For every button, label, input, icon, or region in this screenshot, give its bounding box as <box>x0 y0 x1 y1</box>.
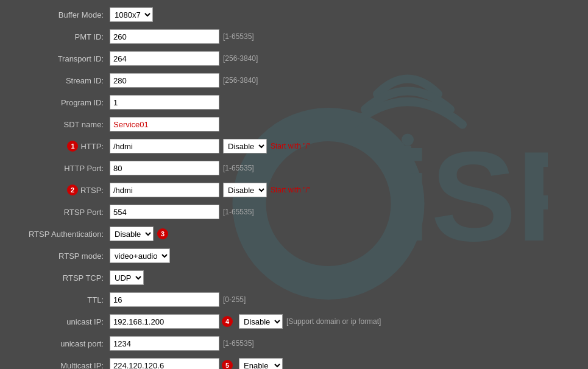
unicast-ip-badge: 4 <box>222 316 233 327</box>
buffer-mode-row: Buffer Mode: 1080x7 <box>12 6 576 23</box>
pmt-id-row: PMT ID: [1-65535] <box>12 28 576 45</box>
rtsp-auth-row: RTSP Authentication: Disable Enable 3 <box>12 225 576 242</box>
http-port-hint: [1-65535] <box>223 164 254 172</box>
pmt-id-hint: [1-65535] <box>223 32 254 41</box>
multicast-ip-select[interactable]: Enable Disable <box>239 358 283 369</box>
http-port-input[interactable] <box>110 161 219 175</box>
http-start-with: Start with "/" <box>271 142 310 150</box>
pmt-id-input[interactable] <box>110 29 219 44</box>
http-badge: 1 <box>67 141 78 152</box>
transport-id-label: Transport ID: <box>12 54 110 63</box>
multicast-ip-label: Multicast IP: <box>12 361 110 370</box>
unicast-ip-label: unicast IP: <box>12 317 110 326</box>
http-label: 1 HTTP: <box>12 141 110 152</box>
transport-id-row: Transport ID: [256-3840] <box>12 50 576 67</box>
unicast-port-row: unicast port: [1-65535] <box>12 335 576 352</box>
rtsp-label: 2 RTSP: <box>12 184 110 195</box>
sdt-name-row: SDT name: <box>12 116 576 133</box>
rtsp-badge: 2 <box>67 184 78 195</box>
ttl-label: TTL: <box>12 295 110 304</box>
http-select[interactable]: Disable Enable <box>223 139 267 153</box>
program-id-label: Program ID: <box>12 98 110 107</box>
unicast-ip-hint: [Support domain or ip format] <box>286 317 381 326</box>
http-row: 1 HTTP: Disable Enable Start with "/" <box>12 138 576 155</box>
ttl-input[interactable] <box>110 292 219 307</box>
http-input[interactable] <box>110 139 219 153</box>
rtsp-tcp-row: RTSP TCP: UDP TCP <box>12 269 576 286</box>
multicast-ip-row: Multicast IP: 5 Enable Disable <box>12 357 576 369</box>
sdt-name-label: SDT name: <box>12 120 110 129</box>
rtsp-tcp-select[interactable]: UDP TCP <box>110 270 144 285</box>
sdt-name-input[interactable] <box>110 117 219 132</box>
rtsp-select[interactable]: Disable Enable <box>223 183 267 197</box>
buffer-mode-select[interactable]: 1080x7 <box>110 7 153 22</box>
rtsp-tcp-label: RTSP TCP: <box>12 273 110 283</box>
rtsp-mode-label: RTSP mode: <box>12 251 110 261</box>
rtsp-auth-label: RTSP Authentication: <box>12 230 110 239</box>
stream-id-input[interactable] <box>110 73 219 88</box>
rtsp-mode-row: RTSP mode: video+audio video only audio … <box>12 247 576 264</box>
unicast-ip-select[interactable]: Disable Enable <box>239 314 283 329</box>
unicast-ip-row: unicast IP: 4 Disable Enable [Support do… <box>12 313 576 330</box>
rtsp-port-label: RTSP Port: <box>12 208 110 217</box>
stream-id-hint: [256-3840] <box>223 76 258 85</box>
multicast-ip-badge: 5 <box>222 360 233 369</box>
transport-id-hint: [256-3840] <box>223 54 258 63</box>
rtsp-input[interactable] <box>110 183 219 197</box>
unicast-port-label: unicast port: <box>12 339 110 348</box>
unicast-port-input[interactable] <box>110 336 219 351</box>
rtsp-auth-badge: 3 <box>157 228 168 239</box>
pmt-id-label: PMT ID: <box>12 32 110 41</box>
rtsp-row: 2 RTSP: Disable Enable Start with "/" <box>12 181 576 199</box>
http-port-row: HTTP Port: [1-65535] <box>12 160 576 177</box>
ttl-hint: [0-255] <box>223 295 246 304</box>
ttl-row: TTL: [0-255] <box>12 291 576 308</box>
program-id-input[interactable] <box>110 95 219 110</box>
stream-id-label: Stream ID: <box>12 76 110 85</box>
rtsp-mode-select[interactable]: video+audio video only audio only <box>110 248 170 263</box>
transport-id-input[interactable] <box>110 51 219 66</box>
rtsp-auth-select[interactable]: Disable Enable <box>110 227 154 241</box>
rtsp-port-row: RTSP Port: [1-65535] <box>12 203 576 220</box>
unicast-port-hint: [1-65535] <box>223 339 254 348</box>
http-port-label: HTTP Port: <box>12 164 110 173</box>
unicast-ip-input[interactable] <box>110 314 219 329</box>
rtsp-port-hint: [1-65535] <box>223 208 254 216</box>
rtsp-port-input[interactable] <box>110 205 219 219</box>
rtsp-start-with: Start with "/" <box>271 186 310 194</box>
multicast-ip-input[interactable] <box>110 358 219 369</box>
program-id-row: Program ID: <box>12 94 576 111</box>
buffer-mode-label: Buffer Mode: <box>12 10 110 19</box>
stream-id-row: Stream ID: [256-3840] <box>12 72 576 89</box>
